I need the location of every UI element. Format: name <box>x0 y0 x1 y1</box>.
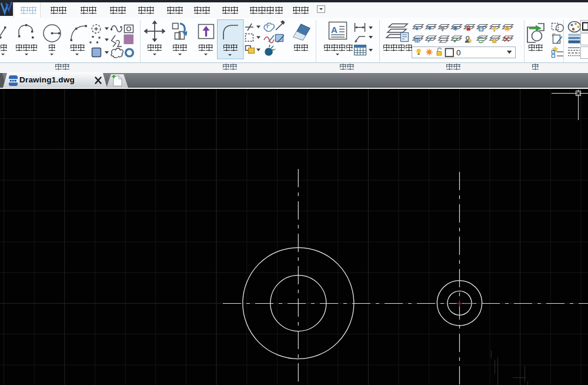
svg-text:A: A <box>331 25 338 35</box>
svg-text:0: 0 <box>456 48 461 57</box>
